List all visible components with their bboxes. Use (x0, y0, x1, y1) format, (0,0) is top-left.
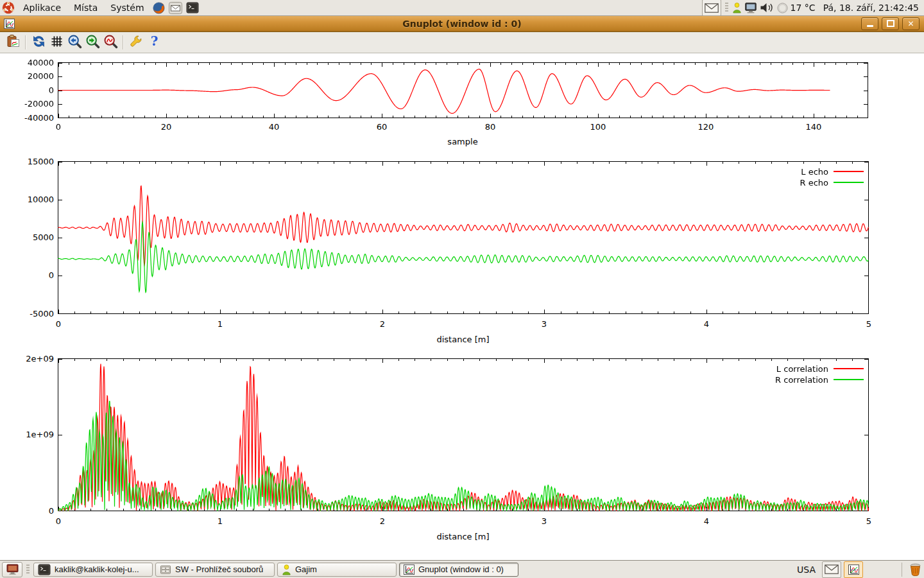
autoscale-button[interactable] (101, 33, 119, 51)
clock-label[interactable]: Pá, 18. září, 21:42:45 (823, 3, 919, 13)
correlations-xtick-label: 1 (201, 516, 239, 526)
temperature-label: 17 °C (791, 3, 816, 13)
window-list: kaklik@kaklik-kolej-u...SW - Prohlížeč s… (33, 563, 518, 577)
echoes-ytick-label: 5000 (9, 232, 54, 242)
terminal-icon (38, 564, 51, 575)
taskbar-window-filemanager[interactable]: SW - Prohlížeč souborů (155, 563, 275, 577)
correlations-xtick-label: 5 (850, 516, 888, 526)
waveform-xtick-label: 120 (687, 122, 725, 132)
previous-zoom-button[interactable] (65, 33, 83, 51)
waveform-xtick-label: 80 (471, 122, 509, 132)
echoes-legend-label: R echo (800, 178, 828, 188)
taskbar-separator (902, 563, 902, 577)
mail-window-selector[interactable] (822, 561, 841, 578)
svg-text:?: ? (150, 34, 158, 49)
help-icon: ? (147, 34, 162, 51)
maximize-button[interactable] (882, 17, 899, 30)
waveform-xtick-label: 40 (255, 122, 293, 132)
copy-icon (6, 34, 21, 51)
waveform-xtick-label: 0 (39, 122, 78, 132)
taskbar-window-label: Gajim (295, 565, 317, 574)
show-desktop-button[interactable] (2, 562, 22, 577)
gajim-icon (282, 564, 291, 575)
correlations-ytick-label: 1e+09 (9, 430, 54, 439)
echoes-plot-canvas[interactable] (58, 161, 869, 314)
waveform-xtick-label: 100 (579, 122, 617, 132)
help-button[interactable]: ? (145, 33, 163, 51)
echoes-legend-line (834, 171, 864, 172)
window-controls: ✕ (861, 17, 924, 30)
correlations-ytick-label: 2e+09 (9, 354, 54, 363)
waveform-ytick-label: 20000 (9, 71, 54, 81)
echoes-xtick-label: 3 (525, 319, 563, 329)
waveform-plot-canvas[interactable] (58, 62, 868, 118)
toggle-grid-button[interactable] (47, 33, 65, 51)
panel-menus: AplikaceMístaSystém (17, 0, 151, 15)
correlations-legend-entry: L correlation (776, 364, 864, 373)
zoomfit-icon (103, 34, 118, 51)
keyboard-layout-indicator[interactable]: USA (797, 565, 816, 575)
plot-area: -40000-200000200004000002040608010012014… (0, 0, 924, 578)
taskbar-window-terminal[interactable]: kaklik@kaklik-kolej-u... (33, 563, 153, 577)
mail-notifier-icon[interactable] (702, 0, 721, 16)
echoes-ytick-label: 0 (9, 270, 54, 280)
correlations-plot-canvas[interactable] (58, 358, 869, 511)
waveform-ytick-label: -40000 (9, 113, 54, 123)
taskbar-window-label: SW - Prohlížeč souborů (175, 565, 263, 574)
zoomprev-icon (67, 34, 82, 51)
system-tray: 17 °C Pá, 18. září, 21:42:45 (702, 0, 924, 16)
menu-mista[interactable]: Místa (67, 0, 104, 15)
window-list-grip[interactable] (26, 565, 30, 575)
echoes-legend-label: L echo (801, 167, 828, 177)
correlations-xtick-label: 0 (39, 516, 78, 526)
grid-icon (50, 35, 64, 50)
correlations-legend-label: L correlation (776, 364, 828, 374)
minimize-button[interactable] (861, 17, 878, 30)
mail-launcher-icon[interactable] (168, 1, 184, 15)
taskbar-window-label: kaklik@kaklik-kolej-u... (55, 565, 139, 574)
ubuntu-menu-icon[interactable] (1, 1, 16, 15)
zoomnext-icon (85, 34, 100, 51)
next-zoom-button[interactable] (83, 33, 101, 51)
weather-icon[interactable] (777, 1, 788, 15)
waveform-xtick-label: 20 (147, 122, 185, 132)
gnuplot-toolbar: ? (0, 32, 924, 53)
correlations-xtick-label: 3 (525, 516, 563, 526)
filemanager-icon (160, 565, 171, 575)
wrench-icon (129, 34, 144, 51)
echoes-xtick-label: 1 (201, 319, 239, 329)
echoes-ytick-label: 10000 (9, 195, 54, 204)
display-settings-icon[interactable] (744, 1, 757, 15)
terminal-launcher-icon[interactable] (185, 1, 200, 15)
echoes-legend-entry: R echo (800, 178, 864, 187)
volume-icon[interactable] (760, 1, 774, 15)
menu-aplikace[interactable]: Aplikace (17, 0, 67, 15)
correlations-legend-label: R correlation (775, 375, 828, 385)
gnuplot-window-selector[interactable] (844, 561, 863, 578)
toolbar-separator (123, 35, 124, 49)
close-button[interactable]: ✕ (902, 17, 920, 30)
options-button[interactable] (127, 33, 145, 51)
copy-to-clipboard-button[interactable] (4, 33, 22, 51)
gajim-status-icon[interactable] (732, 1, 742, 15)
echoes-xaxis-label: distance [m] (406, 335, 521, 344)
waveform-xtick-label: 140 (794, 122, 833, 132)
firefox-launcher-icon[interactable] (151, 1, 167, 15)
replot-button[interactable] (30, 33, 47, 51)
menu-system[interactable]: Systém (104, 0, 150, 15)
echoes-xtick-label: 4 (687, 319, 726, 329)
maximize-icon (887, 20, 894, 27)
correlations-xaxis-label: distance [m] (406, 532, 521, 541)
waveform-ytick-label: -20000 (9, 99, 54, 109)
taskbar-window-gnuplot[interactable]: Gnuplot (window id : 0) (399, 563, 518, 577)
echoes-xtick-label: 0 (39, 319, 78, 329)
window-title: Gnuplot (window id : 0) (0, 19, 924, 29)
refresh-icon (31, 34, 46, 51)
taskbar-window-gajim[interactable]: Gajim (277, 563, 397, 577)
gnome-top-panel: AplikaceMístaSystém 17 °C Pá, 18. září, … (0, 0, 924, 16)
echoes-xtick-label: 2 (363, 319, 402, 329)
correlations-legend-line (834, 368, 864, 369)
trash-icon[interactable] (909, 563, 922, 577)
window-titlebar[interactable]: Gnuplot (window id : 0) ✕ (0, 15, 924, 32)
tray-grip[interactable] (725, 3, 728, 13)
